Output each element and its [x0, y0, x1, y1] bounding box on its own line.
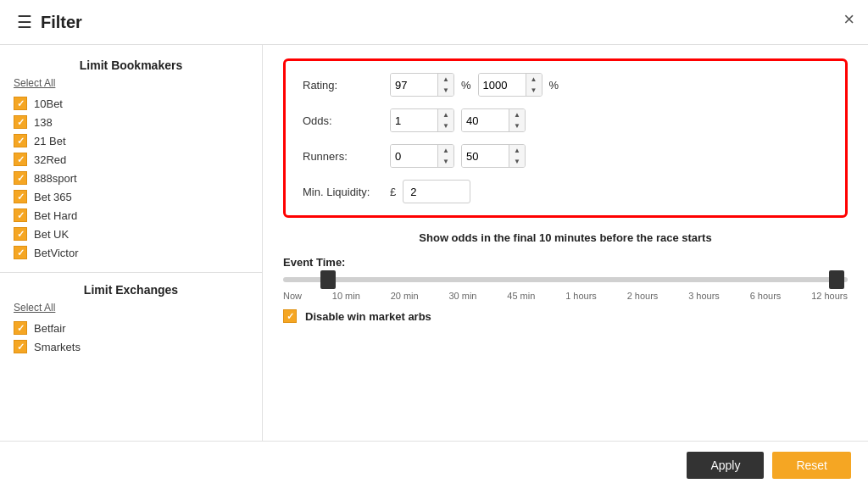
list-item: 32Red: [14, 150, 248, 169]
exchange-name: Smarkets: [34, 341, 81, 353]
event-time-section: Event Time: Now 10 min 20 min 30 min 45 …: [283, 256, 848, 301]
checkbox-smarkets[interactable]: [14, 340, 27, 353]
modal-body: Limit Bookmakers Select All 10Bet 138: [0, 45, 868, 441]
slider-label-12hours: 12 hours: [811, 291, 848, 301]
checkbox-betuk[interactable]: [14, 227, 27, 241]
currency-symbol: £: [390, 186, 396, 198]
list-item: Betfair: [14, 319, 248, 337]
rating-min-input[interactable]: [391, 74, 437, 96]
slider-label-3hours: 3 hours: [688, 291, 720, 301]
event-time-label: Event Time:: [283, 256, 848, 269]
filter-icon: ☰: [17, 12, 32, 32]
rating-min-up[interactable]: ▲: [438, 74, 453, 85]
rating-max-wrap: ▲ ▼: [478, 73, 542, 97]
slider-thumb-left[interactable]: [320, 270, 336, 289]
bookmakers-select-all[interactable]: Select All: [0, 77, 262, 89]
bookmaker-name: Bet UK: [34, 228, 69, 241]
bookmaker-name: BetVictor: [34, 247, 79, 259]
bookmaker-name: 10Bet: [34, 97, 63, 110]
bookmaker-name: 888sport: [34, 172, 77, 185]
odds-min-up[interactable]: ▲: [438, 109, 453, 120]
slider-label-1hours: 1 hours: [565, 291, 597, 301]
exchanges-section: Limit Exchanges Select All Betfair Smark…: [0, 283, 262, 356]
slider-thumb-right[interactable]: [829, 270, 844, 289]
rating-max-down[interactable]: ▼: [526, 85, 542, 96]
checkbox-bet365[interactable]: [14, 190, 27, 203]
runners-max-up[interactable]: ▲: [509, 145, 525, 156]
bookmakers-wrapper: 10Bet 138 21 Bet 32Red: [0, 94, 262, 262]
modal-footer: Apply Reset: [0, 441, 868, 489]
runners-label: Runners:: [303, 150, 383, 163]
runners-min-down[interactable]: ▼: [438, 156, 453, 167]
checkbox-138[interactable]: [14, 115, 27, 129]
close-button[interactable]: ×: [843, 10, 854, 29]
bookmakers-list: 10Bet 138 21 Bet 32Red: [0, 94, 262, 262]
odds-row: Odds: ▲ ▼ ▲ ▼: [303, 108, 828, 132]
list-item: Bet 365: [14, 187, 248, 206]
list-item: BetVictor: [14, 243, 248, 262]
bookmaker-name: Bet Hard: [34, 209, 77, 222]
exchanges-list: Betfair Smarkets: [0, 319, 262, 356]
rating-min-down[interactable]: ▼: [438, 85, 453, 96]
odds-min-spinners: ▲ ▼: [437, 109, 453, 131]
rating-label: Rating:: [303, 79, 383, 92]
rating-max-up[interactable]: ▲: [526, 74, 542, 85]
bookmaker-name: Bet 365: [34, 191, 72, 203]
list-item: Bet UK: [14, 225, 248, 243]
section-divider: [0, 272, 262, 273]
filter-modal: ☰ Filter × Limit Bookmakers Select All 1…: [0, 0, 868, 489]
odds-min-down[interactable]: ▼: [438, 120, 453, 131]
odds-max-input[interactable]: [462, 109, 509, 131]
checkbox-betfair[interactable]: [14, 321, 27, 335]
rating-min-spinners: ▲ ▼: [437, 74, 453, 96]
checkbox-21bet[interactable]: [14, 134, 27, 147]
liquidity-row: Min. Liquidity: £: [303, 180, 828, 203]
slider-label-30min: 30 min: [448, 291, 476, 301]
rating-min-unit: %: [461, 79, 471, 92]
odds-label: Odds:: [303, 114, 383, 127]
checkbox-32red[interactable]: [14, 153, 27, 166]
bookmaker-name: 32Red: [34, 153, 66, 166]
odds-max-up[interactable]: ▲: [509, 109, 525, 120]
checkbox-bethard[interactable]: [14, 208, 27, 222]
runners-max-input[interactable]: [462, 145, 509, 167]
filter-box: Rating: ▲ ▼ % ▲ ▼: [283, 58, 848, 218]
odds-min-input[interactable]: [391, 109, 437, 131]
slider-container: Now 10 min 20 min 30 min 45 min 1 hours …: [283, 277, 848, 301]
runners-min-wrap: ▲ ▼: [390, 144, 454, 168]
exchange-name: Betfair: [34, 322, 66, 335]
slider-label-6hours: 6 hours: [750, 291, 782, 301]
odds-max-down[interactable]: ▼: [509, 120, 525, 131]
exchanges-title: Limit Exchanges: [0, 283, 262, 297]
bookmaker-name: 138: [34, 116, 53, 129]
disable-arbs-row: Disable win market arbs: [283, 309, 848, 323]
bookmakers-section: Limit Bookmakers Select All 10Bet 138: [0, 58, 262, 262]
disable-arbs-checkbox[interactable]: [283, 309, 297, 323]
left-panel: Limit Bookmakers Select All 10Bet 138: [0, 45, 263, 441]
odds-note: Show odds in the final 10 minutes before…: [283, 231, 848, 244]
slider-label-now: Now: [283, 291, 302, 301]
list-item: 888sport: [14, 169, 248, 187]
runners-min-up[interactable]: ▲: [438, 145, 453, 156]
odds-max-wrap: ▲ ▼: [461, 108, 526, 132]
checkbox-10bet[interactable]: [14, 97, 27, 110]
list-item: 10Bet: [14, 94, 248, 113]
reset-button[interactable]: Reset: [772, 452, 851, 479]
list-item: 138: [14, 113, 248, 131]
slider-label-10min: 10 min: [332, 291, 360, 301]
slider-label-2hours: 2 hours: [627, 291, 659, 301]
modal-title: Filter: [41, 13, 82, 32]
runners-min-input[interactable]: [391, 145, 437, 167]
rating-max-input[interactable]: [479, 74, 526, 96]
slider-label-20min: 20 min: [391, 291, 419, 301]
apply-button[interactable]: Apply: [687, 452, 764, 479]
checkbox-betvictor[interactable]: [14, 246, 27, 259]
runners-max-wrap: ▲ ▼: [461, 144, 526, 168]
liquidity-input[interactable]: [403, 180, 470, 203]
slider-label-45min: 45 min: [507, 291, 535, 301]
runners-max-down[interactable]: ▼: [509, 156, 525, 167]
right-panel: Rating: ▲ ▼ % ▲ ▼: [263, 45, 868, 441]
exchanges-select-all[interactable]: Select All: [0, 302, 262, 314]
rating-max-unit: %: [549, 79, 559, 92]
checkbox-888sport[interactable]: [14, 171, 27, 185]
